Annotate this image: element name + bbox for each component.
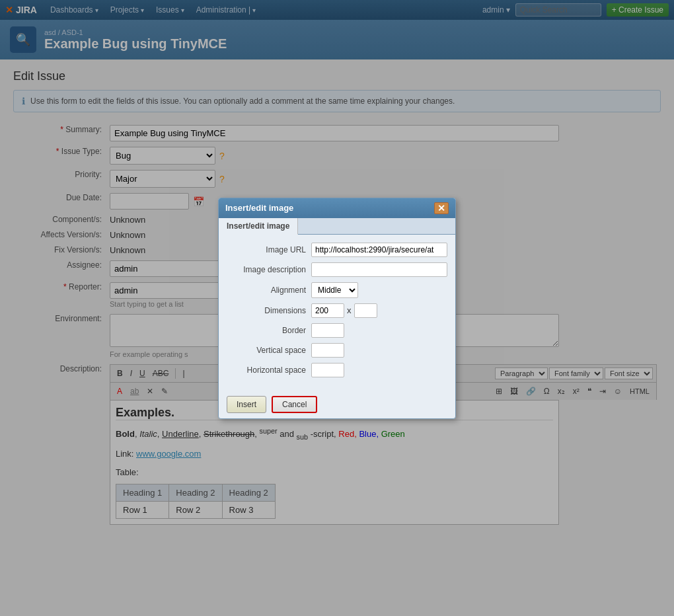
modal-tabs: Insert/edit image (219, 218, 455, 235)
dimensions-row: Dimensions x (227, 303, 447, 318)
insert-image-modal: Insert/edit image ✕ Insert/edit image Im… (218, 198, 456, 419)
horizontal-space-input[interactable] (311, 363, 344, 377)
horizontal-space-label: Horizontal space (227, 366, 306, 375)
border-label: Border (227, 326, 306, 335)
dimension-x-label: x (347, 305, 352, 315)
dimension-width-input[interactable] (311, 303, 344, 318)
image-url-row: Image URL (227, 243, 447, 257)
alignment-select[interactable]: Left Middle Right Top Bottom (311, 282, 358, 298)
vertical-space-label: Vertical space (227, 346, 306, 355)
modal-footer: Insert Cancel (219, 391, 455, 418)
border-input[interactable] (311, 323, 344, 338)
image-desc-input[interactable] (311, 262, 447, 277)
image-desc-label: Image description (227, 265, 306, 274)
modal-header: Insert/edit image ✕ (219, 198, 455, 218)
horizontal-space-row: Horizontal space (227, 363, 447, 377)
modal-close-button[interactable]: ✕ (434, 202, 449, 214)
image-url-input[interactable] (311, 243, 447, 257)
alignment-row: Alignment Left Middle Right Top Bottom (227, 282, 447, 298)
border-row: Border (227, 323, 447, 338)
cancel-button[interactable]: Cancel (272, 396, 317, 413)
modal-title: Insert/edit image (225, 203, 293, 213)
insert-button[interactable]: Insert (227, 396, 266, 413)
vertical-space-input[interactable] (311, 343, 344, 358)
dimensions-label: Dimensions (227, 306, 306, 315)
dimension-height-input[interactable] (354, 303, 377, 318)
image-url-label: Image URL (227, 245, 306, 254)
modal-tab-insert[interactable]: Insert/edit image (219, 218, 298, 235)
vertical-space-row: Vertical space (227, 343, 447, 358)
modal-body: Image URL Image description Alignment Le… (219, 235, 455, 391)
alignment-label: Alignment (227, 286, 306, 295)
modal-overlay: Insert/edit image ✕ Insert/edit image Im… (0, 0, 674, 537)
dimensions-inputs: x (311, 303, 377, 318)
image-desc-row: Image description (227, 262, 447, 277)
